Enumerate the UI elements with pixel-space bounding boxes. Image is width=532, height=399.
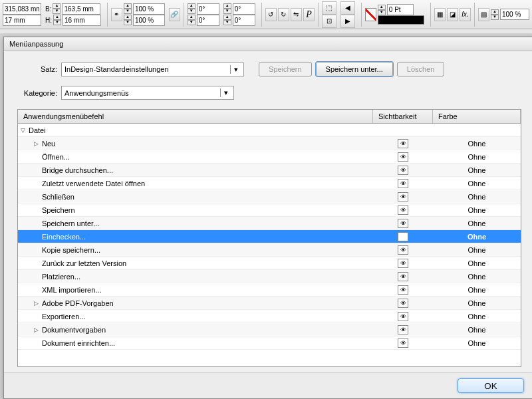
row-color[interactable]: Ohne bbox=[433, 193, 521, 201]
row-color[interactable]: Ohne bbox=[433, 166, 521, 174]
table-row[interactable]: Öffnen...👁Ohne bbox=[18, 150, 521, 164]
table-row[interactable]: Einchecken...👁Ohne bbox=[18, 230, 521, 243]
rotate-ccw-icon[interactable]: ↺ bbox=[265, 8, 277, 21]
row-color[interactable]: Ohne bbox=[433, 153, 521, 161]
visibility-eye-icon[interactable]: 👁 bbox=[398, 325, 408, 334]
table-row[interactable]: Platzieren...👁Ohne bbox=[18, 270, 521, 283]
disclosure-icon[interactable]: ▷ bbox=[34, 140, 41, 147]
col-header-visibility[interactable]: Sichtbarkeit bbox=[373, 110, 433, 123]
row-color[interactable]: Ohne bbox=[433, 206, 521, 214]
height-input[interactable] bbox=[63, 15, 101, 26]
delete-button[interactable]: Löschen bbox=[397, 62, 445, 76]
visibility-eye-icon[interactable]: 👁 bbox=[398, 272, 408, 281]
fill-none-icon[interactable] bbox=[365, 8, 376, 21]
stroke-spinner[interactable]: ▲▼ bbox=[378, 5, 386, 15]
save-as-button[interactable]: Speichern unter... bbox=[316, 62, 393, 76]
visibility-eye-icon[interactable]: 👁 bbox=[398, 312, 408, 321]
row-color[interactable]: Ohne bbox=[433, 273, 521, 281]
rot1-input[interactable] bbox=[197, 3, 219, 15]
row-color[interactable]: Ohne bbox=[433, 286, 521, 294]
text-wrap-icon[interactable]: ▤ bbox=[478, 8, 489, 21]
save-button[interactable]: Speichern bbox=[259, 62, 312, 76]
table-row[interactable]: ▷Adobe PDF-Vorgaben👁Ohne bbox=[18, 297, 521, 310]
opacity-spinner[interactable]: ▲▼ bbox=[491, 9, 499, 20]
table-row[interactable]: Schließen👁Ohne bbox=[18, 190, 521, 203]
select-next-icon[interactable]: ▶ bbox=[340, 15, 355, 28]
col-header-command[interactable]: Anwendungsmenübefehl bbox=[18, 110, 373, 123]
table-row[interactable]: Exportieren...👁Ohne bbox=[18, 310, 521, 323]
paragraph-style-icon[interactable]: P bbox=[303, 8, 315, 21]
rotate-cw-icon[interactable]: ↻ bbox=[278, 8, 289, 21]
disclosure-icon[interactable]: ▷ bbox=[34, 300, 41, 307]
row-color[interactable]: Ohne bbox=[433, 219, 521, 227]
row-color[interactable]: Ohne bbox=[433, 326, 521, 334]
visibility-eye-icon[interactable]: 👁 bbox=[398, 232, 408, 241]
ok-button[interactable]: OK bbox=[458, 378, 524, 393]
shear2-spinner[interactable]: ▲▼ bbox=[223, 15, 231, 25]
visibility-eye-icon[interactable]: 👁 bbox=[398, 219, 408, 228]
visibility-eye-icon[interactable]: 👁 bbox=[398, 245, 408, 255]
height-spinner[interactable]: ▲▼ bbox=[53, 15, 61, 25]
scaley-input[interactable] bbox=[133, 15, 165, 26]
row-color[interactable]: Ohne bbox=[433, 339, 521, 347]
row-color[interactable]: Ohne bbox=[433, 299, 521, 307]
visibility-eye-icon[interactable]: 👁 bbox=[398, 205, 408, 215]
satz-combo[interactable]: InDesign-Standardeinstellungen ▾ bbox=[61, 63, 244, 76]
visibility-eye-icon[interactable]: 👁 bbox=[398, 139, 408, 148]
select-content-icon[interactable]: ⊡ bbox=[322, 15, 336, 28]
row-color[interactable]: Ohne bbox=[433, 246, 521, 254]
rot2-input[interactable] bbox=[197, 15, 219, 26]
visibility-eye-icon[interactable]: 👁 bbox=[398, 285, 408, 295]
table-row[interactable]: Bridge durchsuchen...👁Ohne bbox=[18, 164, 521, 177]
table-row[interactable]: Zuletzt verwendete Datei öffnen👁Ohne bbox=[18, 177, 521, 190]
row-color[interactable]: Ohne bbox=[433, 180, 521, 188]
row-color[interactable]: Ohne bbox=[433, 259, 521, 267]
visibility-eye-icon[interactable]: 👁 bbox=[398, 299, 408, 308]
shear1-input[interactable] bbox=[233, 3, 255, 15]
select-container-icon[interactable]: ⬚ bbox=[322, 1, 336, 15]
grid-body[interactable]: ▽Datei▷Neu👁OhneÖffnen...👁OhneBridge durc… bbox=[18, 124, 521, 366]
col-header-color[interactable]: Farbe bbox=[433, 110, 521, 123]
table-row[interactable]: Zurück zur letzten Version👁Ohne bbox=[18, 257, 521, 270]
row-color[interactable]: Ohne bbox=[433, 233, 521, 241]
visibility-eye-icon[interactable]: 👁 bbox=[398, 192, 408, 201]
table-row[interactable]: Speichern unter...👁Ohne bbox=[18, 217, 521, 230]
row-color[interactable]: Ohne bbox=[433, 313, 521, 321]
opacity-input[interactable] bbox=[500, 9, 529, 20]
link-scale-icon[interactable]: 🔗 bbox=[169, 8, 180, 21]
kategorie-combo[interactable]: Anwendungsmenüs ▾ bbox=[61, 86, 234, 100]
table-row[interactable]: Kopie speichern...👁Ohne bbox=[18, 243, 521, 257]
visibility-eye-icon[interactable]: 👁 bbox=[398, 152, 408, 162]
x-input[interactable] bbox=[3, 3, 41, 15]
table-row[interactable]: ▷Dokumentvorgaben👁Ohne bbox=[18, 323, 521, 336]
disclosure-icon[interactable]: ▽ bbox=[21, 127, 27, 134]
scalex-spinner[interactable]: ▲▼ bbox=[124, 3, 132, 14]
effects-icon[interactable]: ▦ bbox=[434, 8, 446, 21]
width-spinner[interactable]: ▲▼ bbox=[53, 3, 61, 14]
flip-h-icon[interactable]: ⇋ bbox=[291, 8, 302, 21]
scaley-spinner[interactable]: ▲▼ bbox=[124, 15, 132, 25]
width-input[interactable] bbox=[62, 3, 100, 15]
table-row[interactable]: ▷Neu👁Ohne bbox=[18, 137, 521, 150]
drop-shadow-icon[interactable]: ◪ bbox=[447, 8, 458, 21]
rot2-spinner[interactable]: ▲▼ bbox=[188, 15, 196, 25]
y-input[interactable] bbox=[3, 15, 41, 26]
table-row[interactable]: Dokument einrichten...👁Ohne bbox=[18, 336, 521, 350]
shear2-input[interactable] bbox=[233, 15, 255, 26]
constrain-icon[interactable]: ⚭ bbox=[111, 8, 122, 21]
stroke-style-combo[interactable] bbox=[378, 15, 424, 25]
stroke-weight-input[interactable] bbox=[387, 4, 414, 15]
visibility-eye-icon[interactable]: 👁 bbox=[398, 259, 408, 268]
table-row[interactable]: Speichern👁Ohne bbox=[18, 203, 521, 217]
table-row[interactable]: XML importieren...👁Ohne bbox=[18, 283, 521, 297]
visibility-eye-icon[interactable]: 👁 bbox=[398, 166, 408, 175]
scalex-input[interactable] bbox=[133, 3, 165, 15]
row-color[interactable]: Ohne bbox=[433, 140, 521, 148]
shear1-spinner[interactable]: ▲▼ bbox=[223, 3, 231, 14]
rot1-spinner[interactable]: ▲▼ bbox=[188, 3, 196, 14]
visibility-eye-icon[interactable]: 👁 bbox=[398, 338, 408, 348]
fx-icon[interactable]: fx. bbox=[460, 8, 471, 21]
table-row[interactable]: ▽Datei bbox=[18, 124, 521, 137]
disclosure-icon[interactable]: ▷ bbox=[34, 327, 41, 333]
select-prev-icon[interactable]: ◀ bbox=[340, 1, 355, 15]
